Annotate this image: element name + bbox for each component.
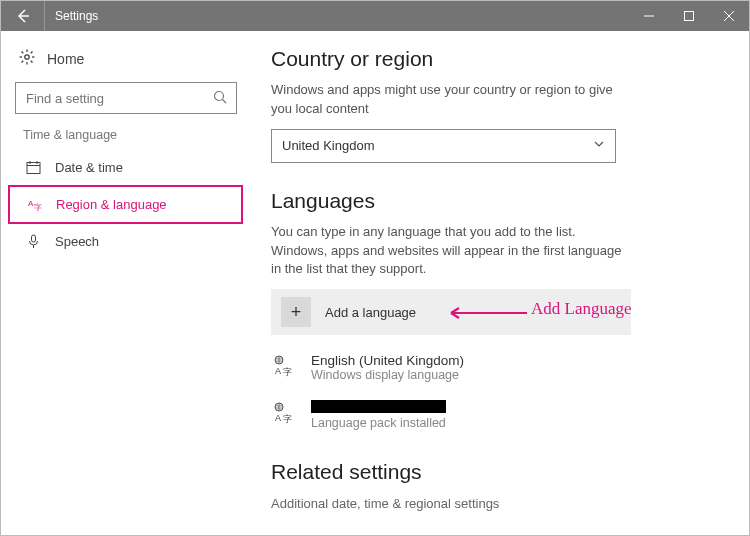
redaction-bar — [311, 400, 446, 413]
search-box[interactable] — [15, 82, 237, 114]
language-glyph-icon: A字 — [271, 353, 297, 382]
maximize-icon — [684, 11, 694, 21]
home-button[interactable]: Home — [9, 45, 243, 82]
minimize-button[interactable] — [629, 1, 669, 31]
related-heading: Related settings — [271, 460, 707, 484]
language-glyph-icon: A字 — [271, 400, 297, 430]
back-button[interactable] — [1, 1, 45, 31]
svg-text:字: 字 — [283, 414, 292, 424]
svg-line-12 — [22, 61, 24, 63]
language-subtitle: Language pack installed — [311, 416, 446, 430]
svg-text:A: A — [275, 366, 281, 376]
country-dropdown[interactable]: United Kingdom — [271, 129, 616, 163]
add-language-label: Add a language — [325, 305, 416, 320]
svg-text:字: 字 — [283, 367, 292, 377]
country-selected: United Kingdom — [282, 138, 375, 153]
sidebar: Home Time & language Date & time A字 Regi… — [1, 31, 251, 535]
sidebar-item-date-time[interactable]: Date & time — [9, 150, 243, 185]
sidebar-item-label: Region & language — [56, 197, 167, 212]
language-name-redacted — [311, 400, 446, 416]
search-icon — [213, 90, 228, 108]
home-label: Home — [47, 51, 84, 67]
svg-rect-1 — [685, 12, 694, 21]
sidebar-section-label: Time & language — [9, 128, 243, 150]
svg-point-13 — [215, 92, 224, 101]
settings-window: Settings Home Time & language Date & tim… — [0, 0, 750, 536]
maximize-button[interactable] — [669, 1, 709, 31]
gear-icon — [19, 49, 35, 68]
plus-icon: + — [281, 297, 311, 327]
language-icon: A字 — [26, 197, 42, 212]
country-heading: Country or region — [271, 47, 707, 71]
back-arrow-icon — [15, 8, 31, 24]
svg-text:A: A — [275, 413, 281, 423]
svg-point-4 — [25, 55, 29, 59]
titlebar: Settings — [1, 1, 749, 31]
annotation-arrow — [439, 307, 529, 325]
search-input[interactable] — [16, 83, 236, 113]
chevron-down-icon — [593, 138, 605, 153]
language-item[interactable]: A字 English (United Kingdom) Windows disp… — [271, 349, 707, 396]
add-language-button[interactable]: + Add a language Add Language — [271, 289, 631, 335]
svg-text:字: 字 — [34, 203, 42, 212]
svg-line-14 — [223, 100, 227, 104]
svg-line-9 — [22, 52, 24, 54]
sidebar-item-speech[interactable]: Speech — [9, 224, 243, 259]
sidebar-item-label: Date & time — [55, 160, 123, 175]
main-content: Country or region Windows and apps might… — [251, 31, 749, 535]
svg-rect-21 — [31, 235, 35, 242]
related-settings-section: Related settings Additional date, time &… — [271, 460, 707, 513]
annotation-text: Add Language — [531, 299, 632, 319]
svg-line-11 — [31, 52, 33, 54]
close-button[interactable] — [709, 1, 749, 31]
minimize-icon — [644, 11, 654, 21]
related-link[interactable]: Additional date, time & regional setting… — [271, 494, 707, 513]
country-description: Windows and apps might use your country … — [271, 81, 631, 119]
language-item[interactable]: A字 Language pack installed — [271, 396, 707, 444]
sidebar-item-region-language[interactable]: A字 Region & language — [8, 185, 243, 224]
svg-line-10 — [31, 61, 33, 63]
window-controls — [629, 1, 749, 31]
sidebar-item-label: Speech — [55, 234, 99, 249]
svg-rect-15 — [27, 163, 40, 174]
calendar-icon — [25, 160, 41, 175]
languages-heading: Languages — [271, 189, 707, 213]
microphone-icon — [25, 234, 41, 249]
sidebar-nav: Date & time A字 Region & language Speech — [9, 150, 243, 259]
language-name: English (United Kingdom) — [311, 353, 464, 368]
close-icon — [724, 11, 734, 21]
language-subtitle: Windows display language — [311, 368, 464, 382]
window-title: Settings — [45, 9, 629, 23]
languages-description: You can type in any language that you ad… — [271, 223, 631, 280]
